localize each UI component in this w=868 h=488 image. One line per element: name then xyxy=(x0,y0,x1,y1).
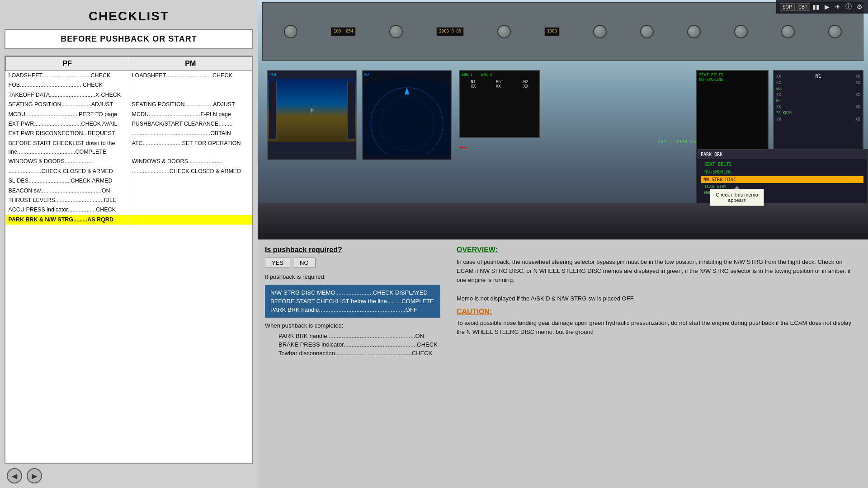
pause-icon[interactable]: ▮▮ xyxy=(811,2,821,12)
pm-item-11 xyxy=(129,186,252,196)
when-item-1: BRAKE PRESS indicator...................… xyxy=(278,340,440,349)
checklist-table: PF PM LOADSHEET.........................… xyxy=(5,56,253,464)
knob-3[interactable] xyxy=(497,25,511,38)
yes-no-buttons: YES NO xyxy=(265,258,440,268)
fob-display: FOB : 8980 KG xyxy=(657,139,696,145)
pf-item-7: BEFORE START CHECKLIST down to the line.… xyxy=(6,139,129,157)
pf-item-5: EXT PWR..............................CHE… xyxy=(6,119,129,129)
info-icon[interactable]: ⓘ xyxy=(844,2,854,12)
cbt-badge[interactable]: CBT xyxy=(796,3,810,11)
sop-badge[interactable]: SOP xyxy=(780,3,795,11)
knob-8[interactable] xyxy=(781,25,795,38)
caution-text: To avoid possible nose landing gear dama… xyxy=(457,319,859,337)
overhead-strip: 100 054 2000 0.00 1003 xyxy=(262,2,863,61)
pf-item-3: SEATING POSITION...................ADJUS… xyxy=(6,100,129,109)
nav-buttons: ◀ ▶ xyxy=(5,468,42,483)
left-panel: CHECKLIST BEFORE PUSHBACK OR START PF PM… xyxy=(0,0,258,488)
pushback-item-0: N/W STRG DISC MEMO......................… xyxy=(270,288,435,297)
pf-item-2: TAKEOFF DATA............................… xyxy=(6,90,129,100)
no-smoking-label: NO-SMOKING xyxy=(701,169,863,175)
pf-item-14: PARK BRK & N/W STRG.........AS RQRD xyxy=(6,215,129,225)
lower-right: OVERVIEW: In case of pushback, the nosew… xyxy=(448,239,868,488)
gear-icon[interactable]: ⚙ xyxy=(854,2,864,12)
plane-icon[interactable]: ✈ xyxy=(833,2,843,12)
pf-item-10: SLIDES...........................CHECK A… xyxy=(6,176,129,186)
pf-item-0: LOADSHEET...............................… xyxy=(6,71,129,81)
pushback-question: Is pushback required? xyxy=(265,246,440,254)
ecam-memo-panel: SEAT BELTS NO-SMOKING xyxy=(696,70,769,151)
nd-display: ND xyxy=(362,70,452,160)
svg-point-1 xyxy=(380,97,434,151)
seat-belts-label: SEAT BELTS xyxy=(701,161,863,168)
cockpit-floor xyxy=(258,203,868,239)
knob-6[interactable] xyxy=(687,25,701,38)
pm-item-3: SEATING POSITION..................ADJUST xyxy=(129,100,252,109)
pm-item-7: ATC.........................SET FOR OPER… xyxy=(129,139,252,157)
display-3: 1003 xyxy=(544,27,560,36)
checklist-title: CHECKLIST xyxy=(89,9,169,23)
ecam-upper: ENG 1 ENG 2 N1XX EGTXX N2XX xyxy=(459,70,540,138)
pm-item-9: ........................CHECK CLOSED & A… xyxy=(129,167,252,176)
svg-point-0 xyxy=(371,88,443,155)
pm-item-12 xyxy=(129,196,252,205)
pf-item-6: EXT PWR DISCONNECTION...REQUEST xyxy=(6,129,129,138)
no-button[interactable]: NO xyxy=(293,258,316,268)
pf-item-8: WINDOWS & DOORS................... xyxy=(6,157,129,166)
pm-item-10 xyxy=(129,176,252,186)
pm-item-8: WINDOWS & DOORS...................... xyxy=(129,157,252,166)
pf-column-header: PF xyxy=(6,57,129,71)
overview-text: In case of pushback, the nosewheel steer… xyxy=(457,258,859,303)
pm-item-14 xyxy=(129,215,252,225)
pushback-checklist: N/W STRG DISC MEMO......................… xyxy=(265,285,440,318)
display-1: 100 054 xyxy=(331,27,356,36)
pm-item-2 xyxy=(129,90,252,100)
pm-item-1 xyxy=(129,80,252,90)
knob-7[interactable] xyxy=(734,25,748,38)
pm-item-6: ........................................… xyxy=(129,129,252,138)
knob-9[interactable] xyxy=(828,25,842,38)
pf-item-9: .....................CHECK CLOSED & ARME… xyxy=(6,167,129,176)
phase-title: BEFORE PUSHBACK OR START xyxy=(5,34,252,44)
knob-1[interactable] xyxy=(284,25,297,38)
next-button[interactable]: ▶ xyxy=(27,468,42,483)
knob-4[interactable] xyxy=(593,25,607,38)
pm-item-13 xyxy=(129,205,252,215)
caution-title: CAUTION: xyxy=(457,308,859,316)
pm-item-5: PUSHBACK/START CLEARANCE......... xyxy=(129,119,252,129)
pm-item-4: MCDU.................................F-P… xyxy=(129,110,252,119)
lower-left: Is pushback required? YES NO If pushback… xyxy=(258,239,448,488)
park-brk-label: PARK BRK xyxy=(697,150,867,159)
pf-item-11: BEACON sw...............................… xyxy=(6,186,129,196)
cockpit-area: 100 054 2000 0.00 1003 PFD + xyxy=(258,0,868,239)
overview-title: OVERVIEW: xyxy=(457,246,859,254)
pf-item-1: FOB.....................................… xyxy=(6,80,129,90)
knob-2[interactable] xyxy=(389,25,403,38)
display-2: 2000 0.00 xyxy=(436,27,464,36)
lower-area: Is pushback required? YES NO If pushback… xyxy=(258,239,868,488)
pf-item-13: ACCU PRESS indicator..................CH… xyxy=(6,205,129,215)
svg-marker-3 xyxy=(405,88,409,94)
toolbar: SOP CBT ▮▮ ▶ ✈ ⓘ ⚙ xyxy=(776,0,868,14)
memo-tooltip: Check if this memo appears xyxy=(710,189,764,206)
yes-button[interactable]: YES xyxy=(265,258,290,268)
no-smoking-memo: NO-SMOKING xyxy=(699,77,766,82)
prev-button[interactable]: ◀ xyxy=(7,468,22,483)
location-icon[interactable]: ▶ xyxy=(822,2,832,12)
pushback-item-2: PARK BRK handle.........................… xyxy=(270,305,435,314)
pushback-item-1: BEFORE START CHECKLIST below the line...… xyxy=(270,297,435,305)
red-arrow-indicator: ← xyxy=(457,140,469,155)
knob-5[interactable] xyxy=(640,25,654,38)
when-pushback-text: When pushback is completed: xyxy=(265,322,440,329)
right-panel: 100 054 2000 0.00 1003 PFD + xyxy=(258,0,868,488)
when-item-2: Towbar disconnection....................… xyxy=(278,349,440,357)
pf-item-12: THRUST LEVERS...........................… xyxy=(6,196,129,205)
nw-strg-disc-label: NW STRG DISC xyxy=(701,176,863,183)
pfd-display: PFD + xyxy=(267,70,357,160)
pf-item-4: MCDU..................................PE… xyxy=(6,110,129,119)
seat-belts-memo: SEAT BELTS xyxy=(699,73,766,77)
if-pushback-text: If pushback is required: xyxy=(265,273,440,280)
pm-column-header: PM xyxy=(129,57,252,71)
phase-box: BEFORE PUSHBACK OR START xyxy=(5,29,253,49)
when-item-0: PARK BRK handle.........................… xyxy=(278,332,440,340)
when-items: PARK BRK handle.........................… xyxy=(265,332,440,357)
